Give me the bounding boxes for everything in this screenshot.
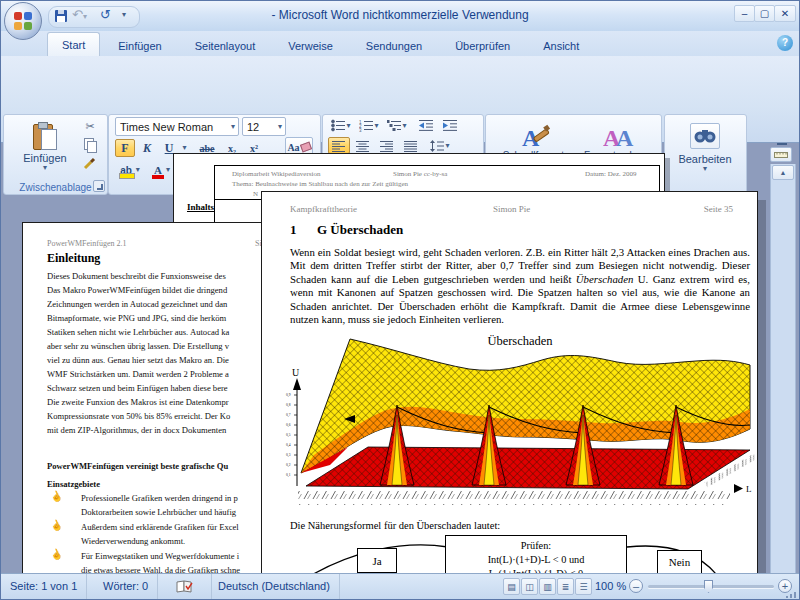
status-proofing[interactable] [167,574,212,599]
chart-y-axis-label: U [292,367,300,378]
tab-verweise[interactable]: Verweise [273,34,348,56]
bullet-line: Wiederverwendung ankommt. [81,536,185,546]
fullscreen-reading-view-button[interactable]: ◫ [521,578,538,595]
bullet-line: Für Einwegstatiken und Wegwerfdokumente … [81,551,239,561]
kampfkraft-header: Kampfkrafttheorie Simon Pie Seite 35 [290,204,733,214]
increase-indent-icon [443,119,458,132]
spellcheck-icon [176,580,193,593]
tab-sendungen[interactable]: Sendungen [351,34,437,56]
undo-button[interactable]: ↶▾ [72,7,87,22]
vertical-scrollbar[interactable]: ▲ [770,164,796,574]
status-page[interactable]: Seite: 1 von 1 [1,574,87,599]
ribbon-split-handle[interactable] [777,143,787,145]
bullets-button[interactable]: ▾ [328,117,354,134]
zoom-out-button[interactable]: – [629,579,643,593]
status-language[interactable]: Deutsch (Deutschland) [209,574,340,599]
tab-einfuegen[interactable]: Einfügen [103,34,176,56]
ruler-icon [774,150,788,159]
svg-text:0,8: 0,8 [286,403,291,408]
numbering-button[interactable]: 123▾ [356,117,382,134]
chart-title: Überschaden [487,334,553,348]
tab-ueberpruefen[interactable]: Überprüfen [440,34,525,56]
kampfkraft-paragraph: Wenn ein Soldat besiegt wird, geht Schad… [290,246,750,326]
body-line: viel zu dünn aus. Genau hier setzt das M… [47,355,229,365]
outline-view-button[interactable]: ≣ [557,578,574,595]
document-page-kampfkraft[interactable]: Kampfkrafttheorie Simon Pie Seite 35 1 G… [261,191,758,574]
pointing-hand-icon: ☝ [48,489,64,504]
font-name-combo[interactable]: Times New Roman ▾ [115,117,239,136]
body-line: Kompressionsrate von 50% bis 85% erreich… [47,411,230,421]
draft-view-button[interactable]: ☰ [575,578,592,595]
svg-text:0,3: 0,3 [286,453,291,458]
kampfkraft-heading: 1 G Überschaden [290,222,403,238]
title-bar: - Microsoft Word nichtkommerzielle Verwe… [1,1,799,31]
close-button[interactable]: ✕ [774,5,796,22]
body-line: Das Makro PowerWMFeinfügen bildet die dr… [47,285,227,295]
chart-x-axis-label: L [746,484,752,494]
bullets-icon [331,119,346,132]
svg-text:0,2: 0,2 [286,463,291,468]
font-size-caret-icon: ▾ [275,123,285,131]
body-line: Die zweite Funxion des Makros ist eine D… [47,397,229,407]
svg-text:3: 3 [359,128,362,133]
tab-start[interactable]: Start [47,32,100,56]
ueberschaden-chart: Überschaden [284,333,756,511]
save-icon [54,9,68,23]
minimize-button[interactable]: – [734,5,755,22]
multilevel-list-button[interactable]: ▾ [384,117,410,134]
decrease-indent-button[interactable] [415,117,437,134]
save-button[interactable] [54,9,68,27]
document-canvas: Diplomarbeit Wikipediaversion Simon Pie … [1,142,799,574]
font-size-combo[interactable]: 12 ▾ [242,117,286,136]
diplomarbeit-header-line2: Thema: Beulnachweise im Stahlbau nach de… [232,180,408,188]
powerwmf-heading: Einleitung [47,251,100,266]
svg-text:0,4: 0,4 [286,443,291,448]
help-button[interactable]: ? [777,35,793,51]
maximize-button[interactable]: ▢ [754,5,775,22]
diplomarbeit-heading: Inhalts [187,202,214,212]
ribbon: Einfügen ▾ ✂ Zwischenablage Times New Ro… [1,56,799,143]
web-layout-view-button[interactable]: ▥ [539,578,556,595]
body-line: Statiken sehen nicht wie Lehrbücher aus.… [47,327,229,337]
tab-seitenlayout[interactable]: Seitenlayout [180,34,271,56]
chart-x-ticks [298,491,730,505]
bullet-line: Professionelle Grafiken werden dringend … [81,493,238,503]
cut-button[interactable]: ✂ [78,118,102,135]
qat-customize-button[interactable]: ▾ [122,10,126,19]
zoom-in-button[interactable]: + [778,579,792,593]
redo-button[interactable]: ↺ [100,7,111,22]
powerwmf-bold-line: PowerWMFeinfügen vereinigt beste grafisc… [47,461,228,471]
status-words[interactable]: Wörter: 0 [94,574,158,599]
numbering-icon: 123 [359,119,374,132]
body-line: Bitmapformate, wie PNG und JPG, sind die… [47,313,226,323]
powerwmf-header-left: PowerWMFeinfügen 2.1 [47,239,127,248]
body-line: WMF Strichstärken um. Damit werden 2 Pro… [47,369,229,379]
diplomarbeit-header-mid: Simon Pie cc-by-sa [393,170,447,178]
chart-y-ticks: 0,9 0,8 0,7 0,6 0,5 0,4 0,3 0,2 0,1 [286,393,291,478]
body-line: mit dem ZIP-Algorithmus, der in docx Dok… [47,425,226,435]
tab-ansicht[interactable]: Ansicht [528,34,594,56]
scroll-up-button[interactable]: ▲ [772,165,794,180]
kampfkraft-header-left: Kampfkrafttheorie [290,204,438,214]
increase-indent-button[interactable] [439,117,461,134]
office-button[interactable] [4,2,42,40]
status-bar: Seite: 1 von 1 Wörter: 0 Deutsch (Deutsc… [1,573,799,599]
flow-yes-box: Ja [357,548,397,573]
print-layout-view-button[interactable]: ▤ [503,578,520,595]
diplomarbeit-header-right: Datum: Dez. 2009 [585,170,637,178]
kampfkraft-header-right: Seite 35 [585,204,733,214]
frame-edge-line [214,200,215,224]
body-line: aber sehr zu wünschen übrig lassen. Die … [47,341,229,351]
body-line: Dieses Dokument beschreibt die Funxionsw… [47,271,226,281]
decrease-indent-icon [419,119,434,132]
word-window: - Microsoft Word nichtkommerzielle Verwe… [0,0,800,600]
zoom-level[interactable]: 100 % [595,574,626,599]
ruler-toggle-button[interactable] [770,147,792,162]
svg-text:0,6: 0,6 [286,423,291,428]
zoom-slider-thumb[interactable] [704,580,713,593]
flow-check-box: Prüfen: Int(L)·(1+D)-L < 0 und L-(1+Int(… [445,535,627,574]
ribbon-tabs: Start Einfügen Seitenlayout Verweise Sen… [47,34,594,56]
powerwmf-subheading: Einsatzgebiete [47,479,100,489]
resize-grip[interactable] [794,592,796,594]
office-logo-icon [13,11,33,31]
